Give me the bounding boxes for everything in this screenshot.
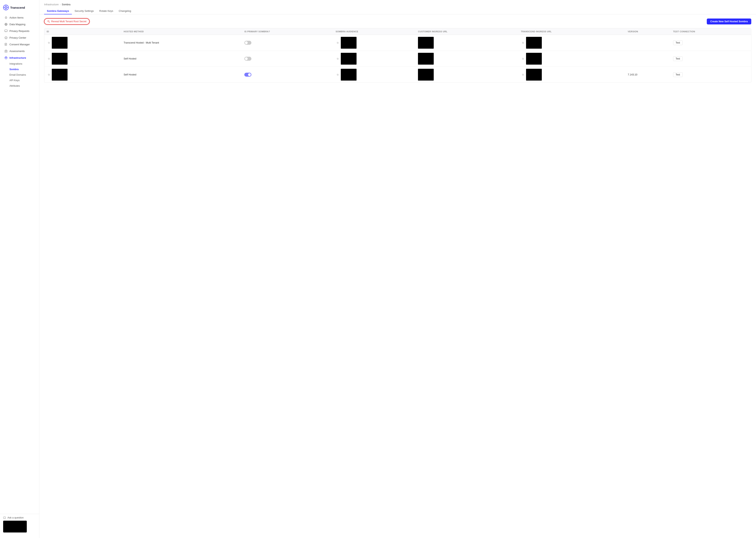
copy-transcend-icon-2[interactable]: ⧉: [521, 57, 525, 61]
primary-toggle-3[interactable]: [244, 73, 252, 77]
breadcrumb-current: Sombra: [62, 3, 71, 6]
test-button-3[interactable]: Test: [673, 72, 683, 77]
table-row: ⧉ Self Hosted: [44, 67, 751, 83]
copy-id-icon-1[interactable]: ⧉: [47, 40, 51, 45]
tab-security-settings[interactable]: Security Settings: [72, 8, 97, 14]
cell-version-3: 7.143.10: [626, 67, 671, 83]
cell-hosted-method-3: Self Hosted: [121, 67, 242, 83]
primary-toggle-2[interactable]: [244, 57, 252, 61]
page-header: Infrastructure › Sombra Sombra Gateways …: [39, 0, 756, 14]
sidebar-label-privacy-center: Privacy Center: [10, 36, 26, 39]
col-header-id: ID: [44, 28, 121, 35]
question-icon: ?: [3, 516, 6, 519]
transcend-ingress-value-3: [526, 69, 542, 81]
svg-point-12: [5, 36, 7, 39]
copy-transcend-icon-1[interactable]: ⧉: [521, 40, 525, 45]
svg-point-21: [6, 57, 6, 58]
logo-text: Transcend: [10, 6, 25, 9]
sombra-table: ID HOSTED METHOD IS PRIMARY SOMBRA? SOMB…: [44, 28, 751, 83]
cell-audience-3: ⧉: [333, 67, 416, 83]
sidebar-label-privacy-requests: Privacy Requests: [10, 29, 29, 32]
primary-toggle-1[interactable]: [244, 41, 252, 45]
sidebar-item-consent-manager[interactable]: Consent Manager: [1, 41, 38, 48]
sidebar-label-assessments: Assessments: [10, 50, 24, 53]
clipboard-icon: [4, 49, 8, 53]
globe-icon: [4, 23, 8, 26]
create-sombra-button[interactable]: Create New Self Hosted Sombra: [707, 19, 751, 25]
sidebar-item-privacy-requests[interactable]: Privacy Requests: [1, 27, 38, 34]
table-row: ⧉ Self Hosted: [44, 51, 751, 67]
transcend-logo-icon: [3, 5, 9, 10]
sidebar-label-infrastructure: Infrastructure: [10, 56, 26, 59]
cell-customer-ingress-2: [416, 51, 519, 67]
breadcrumb-parent[interactable]: Infrastructure: [44, 3, 59, 6]
reveal-secret-button[interactable]: Reveal Multi Tenant Root Secret: [44, 18, 90, 25]
sidebar-bottom-widget: [3, 521, 27, 532]
sidebar-sub-label-sombra: Sombra: [10, 68, 19, 71]
sidebar: Transcend Action Items Data Mapping Priv…: [0, 0, 39, 538]
cell-is-primary-2: [242, 51, 333, 67]
cell-id-2: ⧉: [44, 51, 121, 67]
copy-transcend-icon-3[interactable]: ⧉: [521, 73, 525, 77]
cell-version-1: [626, 35, 671, 51]
copy-id-icon-2[interactable]: ⧉: [47, 57, 51, 61]
svg-point-25: [48, 21, 49, 22]
breadcrumb: Infrastructure › Sombra: [44, 3, 751, 6]
test-button-2[interactable]: Test: [673, 56, 683, 61]
svg-point-2: [6, 7, 6, 8]
cell-id-3: ⧉: [44, 67, 121, 83]
sidebar-sub-label-attributes: Attributes: [10, 84, 20, 87]
copy-audience-icon-3[interactable]: ⧉: [336, 73, 340, 77]
tab-sombra-gateways[interactable]: Sombra Gateways: [44, 8, 72, 14]
sidebar-item-assessments[interactable]: Assessments: [1, 48, 38, 54]
sidebar-label-action-items: Action Items: [10, 16, 24, 19]
sidebar-item-infrastructure[interactable]: Infrastructure: [1, 54, 38, 61]
table-header-row: ID HOSTED METHOD IS PRIMARY SOMBRA? SOMB…: [44, 28, 751, 35]
cell-test-2: Test: [671, 51, 751, 67]
sidebar-sub-sombra[interactable]: Sombra: [1, 67, 38, 72]
customer-ingress-value-1: [418, 37, 434, 49]
sidebar-sub-attributes[interactable]: Attributes: [1, 83, 38, 89]
tab-rotate-keys[interactable]: Rotate Keys: [96, 8, 116, 14]
sidebar-sub-email-domains[interactable]: Email Domains: [1, 72, 38, 78]
infrastructure-icon: [4, 56, 8, 59]
cell-audience-2: ⧉: [333, 51, 416, 67]
sidebar-item-privacy-center[interactable]: Privacy Center: [1, 34, 38, 41]
cell-transcend-ingress-2: ⧉: [519, 51, 626, 67]
sidebar-sub-api-keys[interactable]: API Keys: [1, 78, 38, 83]
sidebar-item-action-items[interactable]: Action Items: [1, 14, 38, 21]
audience-value-1: [341, 37, 356, 49]
toggle-slider-3: [244, 73, 252, 77]
toggle-slider-2: [244, 57, 252, 61]
cell-id-1: ⧉: [44, 35, 121, 51]
cell-version-2: [626, 51, 671, 67]
toggle-slider-1: [244, 41, 252, 45]
copy-id-icon-3[interactable]: ⧉: [47, 73, 51, 77]
transcend-ingress-value-1: [526, 37, 542, 49]
content-area: Reveal Multi Tenant Root Secret Create N…: [39, 14, 756, 538]
copy-audience-icon-1[interactable]: ⧉: [336, 40, 340, 45]
transcend-ingress-value-2: [526, 53, 542, 65]
tab-bar: Sombra Gateways Security Settings Rotate…: [44, 8, 751, 14]
cell-is-primary-3: [242, 67, 333, 83]
shield-icon: [4, 36, 8, 39]
sidebar-label-consent-manager: Consent Manager: [10, 43, 30, 46]
cell-customer-ingress-3: [416, 67, 519, 83]
cell-test-3: Test: [671, 67, 751, 83]
ask-question-link[interactable]: ? Ask a question: [3, 516, 36, 519]
copy-audience-icon-2[interactable]: ⧉: [336, 57, 340, 61]
bell-icon: [4, 16, 8, 19]
table-row: ⧉ Transcend Hosted - Multi Tenant: [44, 35, 751, 51]
id-value-1: [52, 37, 68, 49]
test-button-1[interactable]: Test: [673, 40, 683, 45]
sidebar-item-data-mapping[interactable]: Data Mapping: [1, 21, 38, 27]
col-header-customer-ingress: CUSTOMER INGRESS URL: [416, 28, 519, 35]
svg-rect-17: [5, 50, 7, 52]
sidebar-sub-integrations[interactable]: Integrations: [1, 61, 38, 67]
cell-hosted-method-2: Self Hosted: [121, 51, 242, 67]
col-header-version: VERSION: [626, 28, 671, 35]
tab-changelog[interactable]: Changelog: [116, 8, 134, 14]
cell-hosted-method-1: Transcend Hosted - Multi Tenant: [121, 35, 242, 51]
cell-test-1: Test: [671, 35, 751, 51]
key-icon: [47, 20, 50, 23]
